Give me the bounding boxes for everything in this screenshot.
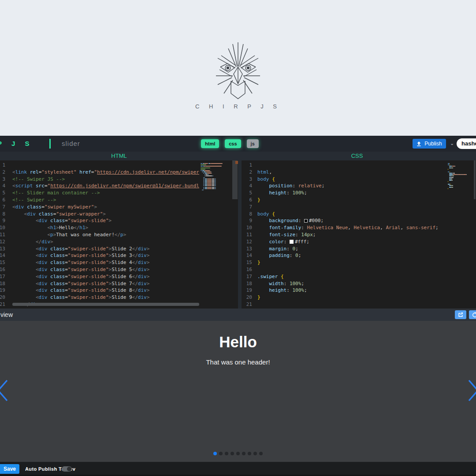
line-number: 12 xyxy=(0,238,5,245)
chevron-down-icon[interactable]: ⌄ xyxy=(450,141,454,146)
open-external-button[interactable] xyxy=(455,310,466,319)
code-line: .swiper { xyxy=(257,273,446,280)
save-button[interactable]: Save xyxy=(0,464,19,474)
code-line: <div class="swiper mySwiper"> xyxy=(12,204,199,211)
line-number: 21 xyxy=(0,301,5,308)
scrollbar-thumb[interactable] xyxy=(232,160,238,199)
line-number: 1 xyxy=(0,162,5,169)
toolbar-divider xyxy=(49,139,51,149)
code-line: } xyxy=(257,259,446,266)
pagination-dot[interactable] xyxy=(219,452,223,455)
tab-css[interactable]: css xyxy=(225,139,241,148)
line-number: 12 xyxy=(244,238,252,245)
line-number: 8 xyxy=(0,211,5,218)
refresh-button[interactable] xyxy=(469,310,476,319)
publish-button[interactable]: Publish xyxy=(413,139,446,149)
chevron-left-icon[interactable] xyxy=(0,379,9,402)
line-number: 19 xyxy=(244,287,252,294)
editor-tabs: html css js xyxy=(201,139,259,148)
code-line: padding: 0; xyxy=(257,252,446,259)
line-number: 4 xyxy=(0,182,5,190)
code-line xyxy=(257,204,446,211)
line-number: 6 xyxy=(244,197,252,204)
tab-js[interactable]: js xyxy=(247,139,259,148)
pagination-dot[interactable] xyxy=(236,452,240,455)
scrollbar-thumb[interactable] xyxy=(474,160,476,199)
line-number: 14 xyxy=(244,252,252,259)
refresh-icon xyxy=(472,312,476,318)
line-number: 18 xyxy=(0,280,5,287)
line-number: 7 xyxy=(0,204,5,211)
code-line: } xyxy=(257,294,446,301)
code-line: <div class="swiper-slide">Slide 8</div> xyxy=(12,287,199,294)
code-line: <p>That was one header!</p> xyxy=(12,231,199,238)
pagination-dot[interactable] xyxy=(225,452,228,455)
minimap-line xyxy=(201,190,231,191)
preview-label: view xyxy=(0,311,13,318)
line-number: 17 xyxy=(0,273,5,280)
code-line: <div class="swiper-slide">Slide 5</div> xyxy=(12,266,199,273)
line-number: 21 xyxy=(244,301,252,308)
code-line: <div class="swiper-slide"> xyxy=(12,217,199,224)
horizontal-scrollbar[interactable] xyxy=(12,303,199,306)
line-number: 20 xyxy=(0,294,5,301)
code-area[interactable]: html,body { position: relative; height: … xyxy=(257,162,446,308)
pagination-dot[interactable] xyxy=(213,452,217,455)
code-area[interactable]: <link rel="stylesheet" href="https://cdn… xyxy=(12,162,199,308)
pagination-dot[interactable] xyxy=(231,452,234,455)
code-line: <div class="swiper-slide">Slide 4</div> xyxy=(12,259,199,266)
vertical-scrollbar[interactable] xyxy=(232,160,238,309)
vertical-scrollbar[interactable] xyxy=(473,160,476,309)
line-number: 3 xyxy=(244,176,252,183)
upload-icon xyxy=(416,141,421,146)
line-number: 16 xyxy=(0,266,5,273)
pagination-dot[interactable] xyxy=(259,452,263,455)
line-number: 1 xyxy=(244,162,252,169)
editor-headers: HTML CSS xyxy=(0,152,476,160)
code-line: <div class="swiper-slide">Slide 9</div> xyxy=(12,294,199,301)
preview-subtext: That was one header! xyxy=(0,358,476,366)
preview-toolbar: view xyxy=(0,309,476,321)
pagination-dot[interactable] xyxy=(242,452,245,455)
line-number: 2 xyxy=(244,169,252,176)
pagination-dot[interactable] xyxy=(248,452,251,455)
tab-html[interactable]: html xyxy=(201,139,219,148)
css-editor[interactable]: 123456789101112131415161718192021 html,b… xyxy=(242,160,476,309)
toolbar: P J S slider html css js Publish ⌄ hashe… xyxy=(0,136,476,152)
minimap[interactable] xyxy=(448,162,473,191)
line-number: 15 xyxy=(244,259,252,266)
line-number: 11 xyxy=(0,231,5,238)
line-number: 16 xyxy=(244,266,252,273)
line-number: 7 xyxy=(244,204,252,211)
auto-publish-toggle[interactable] xyxy=(62,466,72,472)
user-pill[interactable]: hashem xyxy=(457,138,476,149)
code-line xyxy=(257,301,446,308)
hero-section: C H I R P J S xyxy=(0,0,476,136)
line-number: 2 xyxy=(0,169,5,176)
pagination-dot[interactable] xyxy=(253,452,257,455)
line-numbers: 123456789101112131415161718192021 xyxy=(244,162,252,308)
code-line: } xyxy=(257,197,446,204)
line-number: 17 xyxy=(244,273,252,280)
chevron-right-icon[interactable] xyxy=(467,379,476,402)
code-line: <!-- Swiper JS --> xyxy=(12,176,199,183)
line-number: 5 xyxy=(244,190,252,197)
brand-text: C H I R P J S xyxy=(0,103,476,110)
html-editor[interactable]: 123456789101112131415161718192021 <link … xyxy=(0,160,238,309)
code-line: <h1>Hello</h1> xyxy=(12,224,199,231)
project-name: slider xyxy=(62,140,80,147)
panel-title-html: HTML xyxy=(0,152,238,159)
panel-divider xyxy=(238,160,242,309)
code-line: </div> xyxy=(12,238,199,245)
code-line: <!-- Swiper --> xyxy=(12,197,199,204)
line-number: 10 xyxy=(0,224,5,231)
minimap[interactable] xyxy=(201,162,231,191)
publish-label: Publish xyxy=(424,141,442,147)
code-line: height: 100%; xyxy=(257,287,446,294)
line-number: 14 xyxy=(0,252,5,259)
line-number: 15 xyxy=(0,259,5,266)
pagination-dots xyxy=(0,452,476,455)
line-number: 10 xyxy=(244,224,252,231)
code-line: <div class="swiper-wrapper"> xyxy=(12,211,199,218)
code-line: <link rel="stylesheet" href="https://cdn… xyxy=(12,169,199,176)
